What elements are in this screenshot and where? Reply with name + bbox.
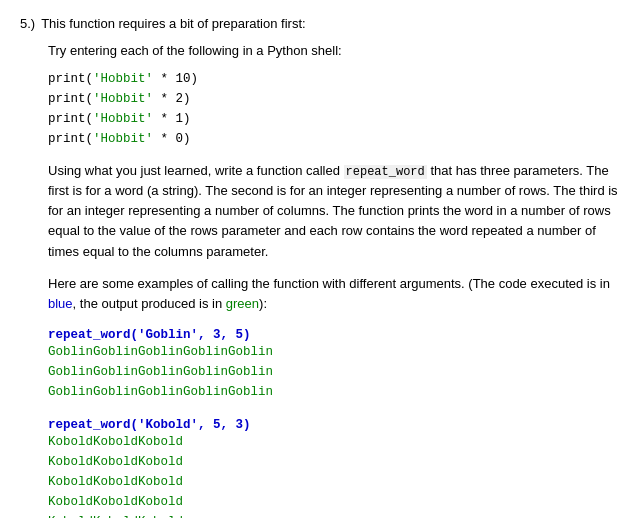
kobold-output-5: KoboldKoboldKobold xyxy=(48,512,624,518)
example-goblin: repeat_word('Goblin', 3, 5) GoblinGoblin… xyxy=(48,326,624,402)
examples-intro-text2: , the output produced is in xyxy=(73,296,226,311)
examples-intro-text3: ): xyxy=(259,296,267,311)
goblin-call: repeat_word('Goblin', 3, 5) xyxy=(48,326,624,342)
subsection-body: Try entering each of the following in a … xyxy=(48,41,624,518)
goblin-output-2: GoblinGoblinGoblinGoblinGoblin xyxy=(48,362,624,382)
kobold-output-2: KoboldKoboldKobold xyxy=(48,452,624,472)
section-header: 5.) This function requires a bit of prep… xyxy=(20,16,624,31)
shell-intro: Try entering each of the following in a … xyxy=(48,41,624,61)
kobold-output-4: KoboldKoboldKobold xyxy=(48,492,624,512)
code-line-4: print('Hobbit' * 0) xyxy=(48,129,624,149)
kobold-call: repeat_word('Kobold', 5, 3) xyxy=(48,416,624,432)
goblin-output-1: GoblinGoblinGoblinGoblinGoblin xyxy=(48,342,624,362)
code-line-3: print('Hobbit' * 1) xyxy=(48,109,624,129)
shell-commands: print('Hobbit' * 10) print('Hobbit' * 2)… xyxy=(48,69,624,149)
examples-intro-text1: Here are some examples of calling the fu… xyxy=(48,276,610,291)
goblin-output-3: GoblinGoblinGoblinGoblinGoblin xyxy=(48,382,624,402)
examples-intro-green: green xyxy=(226,296,259,311)
kobold-output-1: KoboldKoboldKobold xyxy=(48,432,624,452)
code-line-2: print('Hobbit' * 2) xyxy=(48,89,624,109)
section-title: This function requires a bit of preparat… xyxy=(41,16,305,31)
desc-text-1: Using what you just learned, write a fun… xyxy=(48,163,344,178)
description-paragraph: Using what you just learned, write a fun… xyxy=(48,161,624,262)
examples-intro-blue: blue xyxy=(48,296,73,311)
examples-intro: Here are some examples of calling the fu… xyxy=(48,274,624,314)
section-number: 5.) xyxy=(20,16,35,31)
code-line-1: print('Hobbit' * 10) xyxy=(48,69,624,89)
section-container: 5.) This function requires a bit of prep… xyxy=(20,16,624,518)
function-name-inline: repeat_word xyxy=(344,165,427,179)
kobold-output-3: KoboldKoboldKobold xyxy=(48,472,624,492)
example-kobold: repeat_word('Kobold', 5, 3) KoboldKobold… xyxy=(48,416,624,518)
